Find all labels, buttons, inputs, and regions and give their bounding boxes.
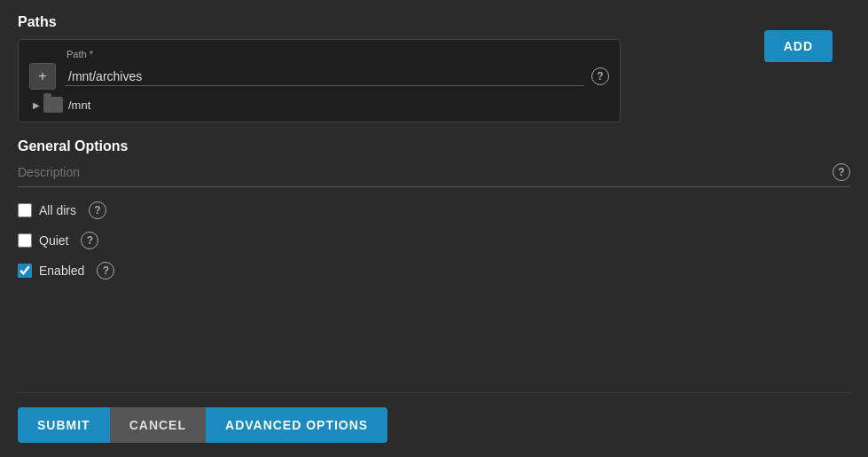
quiet-label: Quiet <box>39 233 68 248</box>
enabled-row: Enabled ? <box>18 262 850 280</box>
alldirs-label: All dirs <box>39 203 76 217</box>
enabled-checkbox[interactable] <box>18 264 32 278</box>
tree-row: ▶ /mnt <box>29 97 609 113</box>
alldirs-row: All dirs ? <box>18 201 850 219</box>
description-input[interactable] <box>18 165 825 179</box>
cancel-button[interactable]: CANCEL <box>110 407 206 443</box>
folder-add-button[interactable]: + <box>29 63 56 90</box>
tree-expand-icon[interactable]: ▶ <box>33 100 40 110</box>
alldirs-checkbox[interactable] <box>18 203 32 217</box>
path-label: Path * <box>66 49 609 59</box>
footer: SUBMIT CANCEL ADVANCED OPTIONS <box>18 392 850 443</box>
description-help-icon[interactable]: ? <box>833 163 850 181</box>
plus-icon: + <box>38 68 46 84</box>
general-options-section: General Options ? All dirs ? Quiet ? Ena… <box>18 138 850 392</box>
quiet-help-icon[interactable]: ? <box>81 232 98 249</box>
enabled-label: Enabled <box>39 264 84 278</box>
folder-icon <box>43 97 63 113</box>
paths-box: Path * + ? ▶ /mnt <box>18 39 621 122</box>
main-container: Paths Path * + ? ▶ /mnt ADD General Opt <box>0 0 868 457</box>
quiet-row: Quiet ? <box>18 232 850 249</box>
paths-section: Paths Path * + ? ▶ /mnt ADD <box>18 14 850 122</box>
quiet-checkbox[interactable] <box>18 233 32 248</box>
tree-item-label: /mnt <box>68 98 90 112</box>
paths-title: Paths <box>18 14 850 30</box>
path-input[interactable] <box>65 67 584 86</box>
enabled-help-icon[interactable]: ? <box>97 262 114 280</box>
advanced-options-button[interactable]: ADVANCED OPTIONS <box>206 407 387 443</box>
general-options-title: General Options <box>18 138 850 154</box>
description-row: ? <box>18 163 850 187</box>
path-help-icon[interactable]: ? <box>591 67 609 85</box>
path-input-row: + ? <box>29 63 609 90</box>
alldirs-help-icon[interactable]: ? <box>89 201 106 219</box>
submit-button[interactable]: SUBMIT <box>18 407 110 443</box>
add-button[interactable]: ADD <box>764 30 833 62</box>
